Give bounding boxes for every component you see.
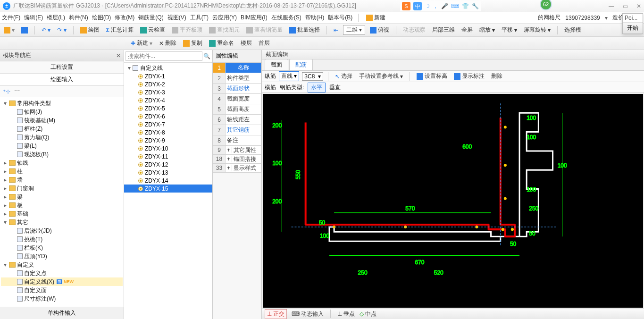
open-button[interactable]: ▾: [2, 26, 17, 34]
minimize-button[interactable]: —: [609, 3, 614, 9]
nav-tab-single[interactable]: 单构件输入: [0, 307, 124, 319]
prop-remark[interactable]: 备注: [226, 135, 261, 146]
list-item[interactable]: ZDYX-8: [124, 128, 212, 136]
mid-snap[interactable]: ◇中点: [360, 310, 376, 318]
row-header[interactable]: 8: [213, 135, 226, 146]
tree-item[interactable]: 挑檐(T): [1, 235, 123, 243]
mid-new-button[interactable]: ✚ 新建▾: [129, 38, 154, 48]
nav-tab-project[interactable]: 工程设置: [0, 61, 124, 74]
view-rebar-button[interactable]: 查看钢筋量: [244, 25, 284, 35]
tree-item[interactable]: ▸基础: [1, 210, 123, 218]
list-item[interactable]: ZDYX-6: [124, 112, 212, 120]
collapse-icon[interactable]: ⁻⁻: [14, 88, 20, 95]
batch-select-button[interactable]: 批量选择: [287, 25, 322, 35]
ime-lang-icon[interactable]: 中: [413, 2, 422, 10]
tree-item[interactable]: 尺寸标注(W): [1, 294, 123, 303]
tree-root-common[interactable]: ▾常用构件类型: [1, 99, 123, 108]
tree-item[interactable]: 栏板(K): [1, 243, 123, 252]
search-icon[interactable]: 🔍: [202, 53, 211, 59]
tree-item[interactable]: 现浇板(B): [1, 150, 123, 159]
row-header[interactable]: 3: [213, 84, 226, 94]
menu-help[interactable]: 帮助(H): [305, 14, 325, 22]
list-item[interactable]: ZDYX-3: [124, 88, 212, 96]
redo-button[interactable]: ↷ ▾: [55, 26, 68, 34]
mid-del-button[interactable]: ✕ 删除: [157, 38, 178, 48]
horizontal-button[interactable]: 水平: [308, 83, 326, 92]
sum-button[interactable]: Σ 汇总计算: [104, 25, 135, 35]
row-header[interactable]: 7: [213, 125, 226, 135]
row-header[interactable]: 6: [213, 115, 226, 125]
row-header[interactable]: 2: [213, 73, 226, 84]
draw-button[interactable]: 绘图: [78, 25, 101, 35]
list-item[interactable]: ZDYX-13: [124, 168, 212, 176]
screen-rotate-button[interactable]: 屏幕旋转 ▾: [522, 25, 552, 35]
tree-item[interactable]: ▸板: [1, 201, 123, 210]
menu-cloud[interactable]: 云应用(Y): [212, 14, 237, 22]
menu-file[interactable]: 文件(F): [2, 14, 20, 22]
cloud-check-button[interactable]: 云检查: [138, 25, 167, 35]
delete-button[interactable]: 删除: [489, 71, 504, 81]
search-input[interactable]: [125, 51, 202, 61]
menu-draw[interactable]: 绘图(D): [92, 14, 111, 22]
menu-bim[interactable]: BIM应用(I): [241, 14, 268, 22]
row-header[interactable]: 1: [213, 63, 226, 73]
row-header[interactable]: 5: [213, 104, 226, 115]
cad-canvas[interactable]: 200 100 200 550 570 600 670 250 520 100 …: [263, 94, 643, 308]
list-item-selected[interactable]: ZDYX-15: [124, 185, 212, 193]
select-button[interactable]: ↖ 选择: [333, 71, 354, 81]
tree-item[interactable]: 压顶(YD): [1, 252, 123, 260]
tree-item[interactable]: 梁(L): [1, 142, 123, 150]
menu-floor[interactable]: 楼层(L): [47, 14, 65, 22]
prop-type[interactable]: 构件类型: [226, 73, 261, 84]
vertical-button[interactable]: 垂直: [329, 84, 341, 92]
prop-other-rebar[interactable]: 其它钢筋: [226, 125, 261, 135]
close-button[interactable]: ✕: [636, 3, 641, 9]
select-mode-button[interactable]: 选择模: [562, 25, 583, 35]
list-item[interactable]: ZDYX-9: [124, 136, 212, 144]
flat-top-button[interactable]: 平齐板顶: [170, 25, 204, 35]
poi-start-button[interactable]: 开始: [623, 22, 643, 34]
prop-section-shape[interactable]: 截面形状: [226, 84, 261, 94]
row-header[interactable]: 33: [213, 164, 226, 173]
maximize-button[interactable]: ▭: [623, 3, 628, 9]
list-item[interactable]: ZDYX-7: [124, 120, 212, 128]
menu-component[interactable]: 构件(N): [69, 14, 88, 22]
tree-item-selected[interactable]: 自定义线(X)⊞NEW: [1, 277, 123, 286]
bird-view-button[interactable]: 俯视: [368, 25, 391, 35]
row-header[interactable]: 18: [213, 155, 226, 164]
menu-online[interactable]: 在线服务(S): [271, 14, 301, 22]
nav-tab-draw[interactable]: 绘图输入: [0, 74, 124, 86]
tree-item[interactable]: 轴网(J): [1, 108, 123, 116]
list-item[interactable]: ZDYX-14: [124, 176, 212, 185]
menu-edit[interactable]: 编辑(E): [24, 14, 43, 22]
pan-button[interactable]: 平移 ▾: [500, 25, 519, 35]
tree-item[interactable]: 框柱(Z): [1, 125, 123, 133]
prop-display[interactable]: + 显示样式: [226, 164, 261, 173]
mid-copy-button[interactable]: 复制: [181, 38, 204, 48]
line-type-combo[interactable]: 直线 ▾: [279, 71, 299, 81]
tree-item[interactable]: ▸门窗洞: [1, 184, 123, 193]
menu-view[interactable]: 视图(V): [167, 14, 186, 22]
new-button[interactable]: 新建: [364, 13, 387, 23]
zoom-button[interactable]: 缩放 ▾: [477, 25, 497, 35]
tree-item[interactable]: 后浇带(JD): [1, 227, 123, 235]
save-button[interactable]: [19, 26, 30, 34]
prop-section-height[interactable]: 截面高度: [226, 104, 261, 115]
dyn-input-toggle[interactable]: ⌨动态输入: [292, 310, 324, 318]
tree-item[interactable]: ▸轴线: [1, 159, 123, 167]
menu-modify[interactable]: 修改(M): [115, 14, 134, 22]
list-item[interactable]: ZDYX-12: [124, 160, 212, 168]
tree-root-other[interactable]: ▾其它: [1, 218, 123, 227]
tree-item[interactable]: 自定义面: [1, 286, 123, 294]
tab-rebar[interactable]: 配筋: [289, 59, 313, 70]
set-elev-button[interactable]: 设置标高: [415, 71, 449, 81]
tree-item[interactable]: 筏板基础(M): [1, 116, 123, 125]
list-item[interactable]: ZDYX-2: [124, 80, 212, 88]
prev-button[interactable]: ⇤: [332, 26, 340, 34]
mid-first-button[interactable]: 首层: [257, 38, 272, 48]
tree-item[interactable]: ▸梁: [1, 193, 123, 201]
menu-version[interactable]: 版本号(B): [328, 14, 352, 22]
manual-refline-button[interactable]: 手动设置参考线 ▾: [357, 71, 405, 81]
list-item[interactable]: ZDYX-1: [124, 72, 212, 80]
prop-anchor[interactable]: + 锚固搭接: [226, 155, 261, 164]
